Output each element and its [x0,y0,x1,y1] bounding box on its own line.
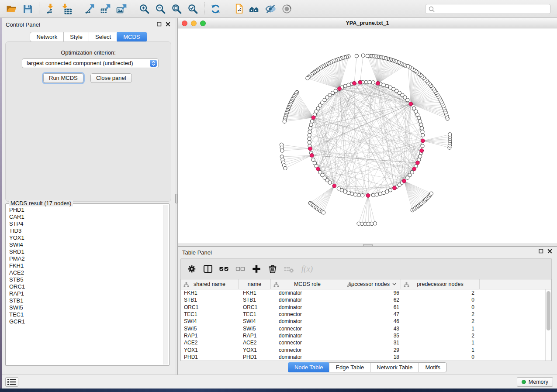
tab-style[interactable]: Style [63,32,89,41]
table-row[interactable]: ORC1ORC1dominator610 [181,304,551,311]
table-row[interactable]: PHD1PHD1dominator180 [181,354,551,361]
import-network-button[interactable] [42,2,59,16]
graph-dominator-node[interactable] [332,184,336,188]
network-graph[interactable] [178,28,557,244]
graph-dominator-node[interactable] [311,116,315,120]
tab-motifs[interactable]: Motifs [419,363,446,372]
graph-dominator-node[interactable] [409,102,413,106]
table-row[interactable]: TEC1TEC1connector472 [181,311,551,318]
graph-node[interactable] [350,192,354,196]
graph-dominator-node[interactable] [402,179,406,183]
graph-node[interactable] [429,192,433,195]
horizontal-splitter[interactable] [178,244,557,247]
mcds-result-item[interactable]: GCR1 [7,318,162,325]
table-row[interactable]: SWI4SWI4dominator462 [181,318,551,325]
search-field[interactable] [425,4,551,14]
select-all-button[interactable] [219,264,229,274]
mcds-list-scrollbar[interactable] [163,205,168,364]
mcds-result-item[interactable]: PMA2 [7,255,162,262]
graph-node[interactable] [366,54,369,58]
vertical-splitter[interactable] [175,18,178,375]
graph-node[interactable] [357,222,360,225]
graph-node[interactable] [370,222,374,226]
graph-node[interactable] [410,170,414,174]
graph-dominator-node[interactable] [366,194,370,198]
vertical-splitter-handle[interactable] [175,194,177,203]
network-document-button[interactable] [230,2,246,16]
tab-network[interactable]: Network [30,32,63,41]
import-table-button[interactable] [59,2,75,16]
graph-node[interactable] [388,189,392,192]
table-scrollbar-thumb[interactable] [547,291,550,330]
mcds-result-item[interactable]: TID3 [7,227,162,234]
network-canvas[interactable] [178,28,557,244]
export-image-button[interactable] [114,2,130,16]
zoom-fit-button[interactable] [169,2,185,16]
graph-dominator-node[interactable] [353,81,356,85]
graph-node[interactable] [421,144,424,148]
close-panel-button[interactable]: Close panel [90,73,132,83]
graph-node[interactable] [371,81,375,84]
mcds-result-item[interactable]: TEC1 [7,311,162,318]
mcds-result-item[interactable]: SWI5 [7,304,162,311]
table-row[interactable]: SWI5SWI5connector431 [181,325,551,332]
close-panel-icon[interactable] [166,22,170,27]
visual-style-eye-button[interactable] [263,2,279,16]
horizontal-splitter-handle[interactable] [363,244,373,246]
graph-node[interactable] [378,192,382,196]
column-header-successor-nodes[interactable]: successor nodes [344,279,401,289]
graph-node[interactable] [448,133,452,136]
graph-dominator-node[interactable] [310,154,314,158]
mcds-result-item[interactable]: RAP1 [7,290,162,297]
graph-node[interactable] [280,149,284,152]
mcds-result-item[interactable]: FKH1 [7,262,162,269]
float-panel-icon[interactable] [157,22,162,27]
export-network-button[interactable] [81,2,97,16]
graph-node[interactable] [368,80,371,84]
apply-layout-button[interactable] [208,2,224,16]
graph-node[interactable] [382,83,385,86]
graph-node[interactable] [361,194,364,197]
mcds-result-item[interactable]: SWI4 [7,241,162,248]
mcds-result-list[interactable]: PHD1CAR1STP4TID3YOX1SWI4SRD1PMA2FKH1ACE2… [7,206,162,364]
table-row[interactable]: RAP1RAP1dominator352 [181,332,551,339]
tab-node-table[interactable]: Node Table [288,362,330,372]
tab-edge-table[interactable]: Edge Table [329,363,370,372]
tab-network-table[interactable]: Network Table [370,363,419,372]
search-input[interactable] [437,4,550,14]
run-mcds-button[interactable]: Run MCDS [43,73,83,83]
graph-dominator-node[interactable] [376,81,380,85]
graph-node[interactable] [328,181,332,184]
graph-node[interactable] [308,134,311,137]
task-history-button[interactable] [5,377,18,387]
graph-node[interactable] [382,191,385,195]
memory-button[interactable]: Memory [517,377,553,387]
graph-dominator-node[interactable] [421,139,425,143]
graph-dominator-node[interactable] [338,87,342,91]
table-row[interactable]: STB1STB1dominator620 [181,296,551,303]
graph-dominator-node[interactable] [393,186,397,190]
graph-dominator-node[interactable] [420,149,424,153]
graph-dominator-node[interactable] [415,161,419,165]
graph-node[interactable] [347,83,350,86]
graph-node[interactable] [421,134,425,137]
graph-node[interactable] [308,127,312,130]
grayed-eye-button[interactable] [279,2,295,16]
graph-node[interactable] [364,80,368,84]
table-row[interactable]: YOX1YOX1connector291 [181,346,551,353]
graph-dominator-node[interactable] [358,80,362,84]
zoom-selected-button[interactable] [185,2,201,16]
graph-node[interactable] [421,130,424,134]
gear-button[interactable] [187,264,197,274]
tab-mcds[interactable]: MCDS [117,32,146,42]
tab-select[interactable]: Select [89,32,117,41]
graph-node[interactable] [420,127,424,130]
graph-node[interactable] [343,190,347,193]
graph-node[interactable] [419,120,422,123]
close-table-panel-icon[interactable] [547,249,552,254]
graph-node[interactable] [385,84,389,88]
graph-node[interactable] [308,141,311,144]
graph-node[interactable] [371,193,375,197]
graph-node[interactable] [347,191,350,195]
mcds-result-item[interactable]: STB5 [7,276,162,283]
